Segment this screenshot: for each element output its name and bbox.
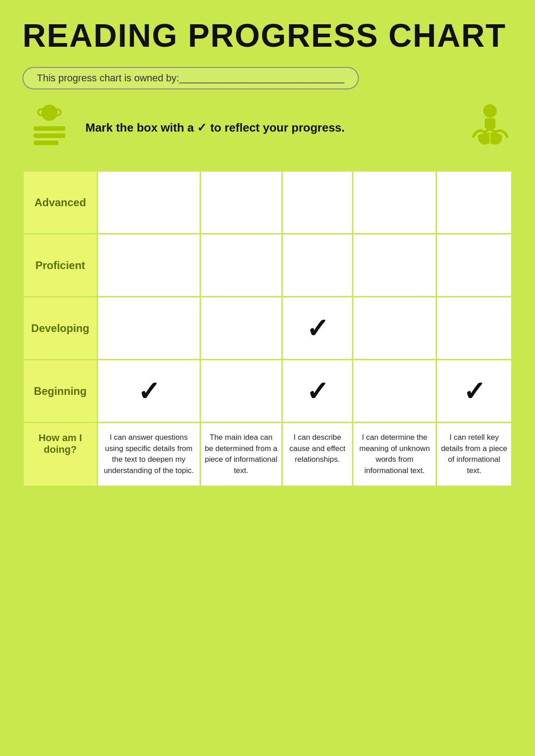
cell-proficient-1[interactable]: [98, 234, 201, 297]
desc-col1: I can answer questions using specific de…: [98, 423, 201, 486]
cell-developing-5[interactable]: [437, 297, 512, 360]
desc-col5: I can retell key details from a piece of…: [437, 423, 512, 486]
label-proficient: Proficient: [23, 234, 98, 297]
page-title: READING PROGRESS CHART: [22, 18, 513, 53]
cell-proficient-4[interactable]: [353, 234, 437, 297]
table-row-beginning: Beginning ✓ ✓ ✓: [23, 360, 512, 423]
cell-proficient-5[interactable]: [437, 234, 512, 297]
label-developing: Developing: [23, 297, 98, 360]
progress-table: Advanced Proficient Developing ✓ Beginni…: [22, 170, 513, 487]
cell-advanced-4[interactable]: [353, 171, 437, 234]
label-advanced: Advanced: [23, 171, 98, 234]
reader-icon: [468, 103, 513, 152]
cell-advanced-2[interactable]: [200, 171, 282, 234]
cell-beginning-5[interactable]: ✓: [437, 360, 512, 423]
owner-bar: This progress chart is owned by:________…: [22, 67, 359, 89]
desc-col4: I can determine the meaning of unknown w…: [353, 423, 437, 486]
cell-beginning-2[interactable]: [200, 360, 282, 423]
cell-beginning-3[interactable]: ✓: [282, 360, 352, 423]
cell-developing-2[interactable]: [200, 297, 282, 360]
svg-rect-4: [34, 126, 65, 131]
instruction-text: Mark the box with a ✓ to reflect your pr…: [76, 121, 468, 135]
label-how: How am I doing?: [23, 423, 98, 486]
cell-proficient-2[interactable]: [200, 234, 282, 297]
desc-col2: The main idea can be determined from a p…: [200, 423, 282, 486]
svg-rect-5: [34, 133, 65, 138]
cell-beginning-1[interactable]: ✓: [98, 360, 201, 423]
desc-col3: I can describe cause and effect relation…: [282, 423, 352, 486]
cell-proficient-3[interactable]: [282, 234, 352, 297]
cell-advanced-5[interactable]: [437, 171, 512, 234]
cell-advanced-1[interactable]: [98, 171, 201, 234]
svg-rect-9: [485, 118, 495, 129]
svg-point-7: [483, 104, 497, 118]
cell-beginning-4[interactable]: [353, 360, 437, 423]
cell-developing-3[interactable]: ✓: [282, 297, 352, 360]
cell-developing-4[interactable]: [353, 297, 437, 360]
label-beginning: Beginning: [23, 360, 98, 423]
table-row-developing: Developing ✓: [23, 297, 512, 360]
table-row-advanced: Advanced: [23, 171, 512, 234]
teacher-icon: [22, 103, 76, 152]
cell-advanced-3[interactable]: [282, 171, 352, 234]
table-row-how: How am I doing? I can answer questions u…: [23, 423, 512, 486]
cell-developing-1[interactable]: [98, 297, 201, 360]
table-row-proficient: Proficient: [23, 234, 512, 297]
svg-rect-6: [34, 141, 58, 145]
